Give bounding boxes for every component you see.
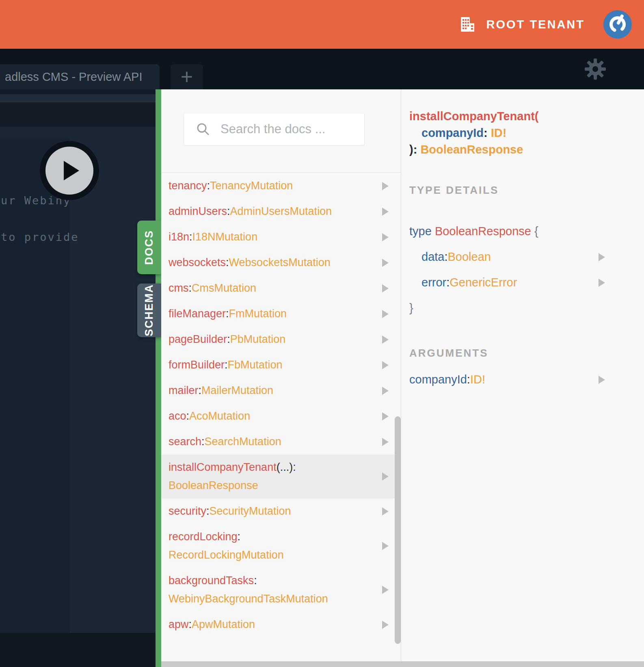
doc-item-type: SecurityMutation [210, 505, 291, 518]
docs-field-list: tenancy: TenancyMutationadminUsers: Admi… [161, 173, 401, 637]
signature-arg-name[interactable]: companyId [421, 126, 484, 139]
doc-item-type: WebinyBackgroundTaskMutation [169, 593, 328, 605]
doc-item-field: i18n [169, 231, 189, 243]
tab-docs[interactable]: DOCS [137, 221, 161, 274]
doc-list-item[interactable]: tenancy: TenancyMutation [161, 173, 401, 199]
top-bar: ROOT TENANT [0, 0, 644, 49]
doc-list-item[interactable]: installCompanyTenant(...): BooleanRespon… [161, 455, 401, 498]
horizontal-scrollbar[interactable] [161, 661, 644, 667]
user-avatar-button[interactable] [603, 10, 632, 39]
doc-item-separator: (...): [277, 461, 296, 473]
signature-name: installCompanyTenant( [409, 110, 539, 123]
editor-band [0, 102, 156, 127]
tab-headless-cms-preview-api[interactable]: adless CMS - Preview API [0, 64, 160, 89]
doc-list-item[interactable]: fileManager: FmMutation [161, 301, 401, 327]
doc-item-separator: : [227, 205, 230, 218]
chevron-right-icon [382, 542, 389, 550]
doc-list-item[interactable]: cms: CmsMutation [161, 275, 401, 301]
editor-band [0, 94, 156, 102]
detail-field-separator: : [444, 250, 447, 264]
chevron-right-icon [382, 182, 389, 190]
play-button[interactable] [40, 141, 99, 200]
doc-item-type: SearchMutation [205, 435, 281, 448]
doc-item-field: fileManager [169, 308, 226, 320]
doc-list-item[interactable]: recordLocking: RecordLockingMutation [161, 524, 401, 568]
doc-item-separator: : [238, 531, 241, 543]
doc-list-item[interactable]: formBuilder: FbMutation [161, 352, 401, 378]
tenant-selector[interactable]: ROOT TENANT [459, 16, 585, 33]
type-name[interactable]: BooleanResponse [435, 225, 531, 238]
doc-item-field: search [169, 435, 201, 448]
doc-item-type: AdminUsersMutation [230, 205, 332, 218]
chevron-right-icon [382, 586, 389, 594]
doc-item-separator: : [227, 333, 230, 346]
doc-list-item[interactable]: adminUsers: AdminUsersMutation [161, 199, 401, 224]
chevron-right-icon [382, 361, 389, 369]
docs-search-section: Search the docs ... [161, 89, 401, 173]
search-input[interactable]: Search the docs ... [184, 113, 365, 145]
argument-row[interactable]: companyId: ID! [409, 367, 644, 392]
api-tab-bar: adless CMS - Preview API + [0, 49, 644, 89]
new-tab-button[interactable]: + [171, 64, 203, 89]
doc-list-item[interactable]: search: SearchMutation [161, 429, 401, 455]
doc-item-type: PbMutation [230, 333, 286, 346]
type-field-row[interactable]: data: Boolean [409, 244, 644, 270]
doc-item-separator: : [254, 574, 257, 587]
doc-list-item[interactable]: pageBuilder: PbMutation [161, 327, 401, 352]
chevron-right-icon [382, 233, 389, 241]
type-field-row[interactable]: error: GenericError [409, 270, 644, 295]
detail-field-separator: : [467, 373, 470, 386]
doc-item-type: FbMutation [228, 359, 283, 371]
chevron-right-icon [382, 472, 389, 481]
signature-arg-type[interactable]: ID! [491, 126, 507, 139]
docs-panel-edge [156, 89, 161, 667]
detail-field-type: Boolean [448, 250, 491, 264]
doc-list-item[interactable]: security: SecurityMutation [161, 498, 401, 524]
doc-item-field: aco [169, 410, 186, 422]
type-close-brace: } [409, 295, 644, 321]
doc-list-item[interactable]: apw: ApwMutation [161, 612, 401, 637]
docs-tab-label: DOCS [143, 230, 156, 265]
doc-item-type: WebsocketsMutation [229, 256, 331, 269]
detail-field-name: error [421, 276, 446, 289]
doc-item-separator: : [226, 256, 229, 269]
doc-list-item[interactable]: aco: AcoMutation [161, 403, 401, 429]
doc-item-field: apw [169, 618, 189, 631]
doc-list-item[interactable]: i18n: I18NMutation [161, 224, 401, 250]
settings-button[interactable] [584, 58, 607, 80]
doc-item-separator: : [189, 282, 192, 295]
doc-list-item[interactable]: websockets: WebsocketsMutation [161, 250, 401, 275]
chevron-right-icon [382, 438, 389, 446]
query-editor-pane[interactable]: ur Webiny to provide [0, 89, 156, 667]
doc-item-type: CmsMutation [192, 282, 256, 295]
editor-text-line: to provide [1, 231, 79, 243]
chevron-right-icon [382, 336, 389, 344]
doc-item-field: recordLocking [169, 531, 238, 543]
field-signature: installCompanyTenant( companyId: ID! ): … [409, 108, 644, 158]
chevron-right-icon [382, 507, 389, 515]
signature-return-type[interactable]: BooleanResponse [420, 143, 523, 156]
search-icon [196, 122, 210, 136]
chevron-right-icon [382, 621, 389, 629]
doc-item-field: cms [169, 282, 189, 295]
doc-item-type: MailerMutation [201, 384, 273, 397]
doc-list-item[interactable]: mailer: MailerMutation [161, 378, 401, 403]
doc-item-field: adminUsers [169, 205, 227, 218]
doc-item-separator: : [225, 359, 228, 371]
doc-list-item[interactable]: backgroundTasks: WebinyBackgroundTaskMut… [161, 568, 401, 612]
schema-tab-label: SCHEMA [143, 284, 156, 336]
doc-item-field: security [169, 505, 206, 518]
doc-item-separator: : [201, 435, 205, 448]
play-button-face [45, 147, 93, 195]
tab-schema[interactable]: SCHEMA [137, 284, 161, 337]
doc-item-type: FmMutation [229, 308, 287, 320]
chevron-right-icon [382, 412, 389, 420]
editor-band [0, 89, 156, 94]
vertical-scrollbar-thumb[interactable] [395, 416, 401, 644]
doc-item-separator: : [189, 618, 192, 631]
gear-icon [584, 58, 607, 80]
doc-item-field: formBuilder [169, 359, 225, 371]
doc-item-separator: : [199, 384, 202, 397]
doc-item-separator: : [186, 410, 190, 422]
type-field-list: data: Booleanerror: GenericError [409, 244, 644, 295]
